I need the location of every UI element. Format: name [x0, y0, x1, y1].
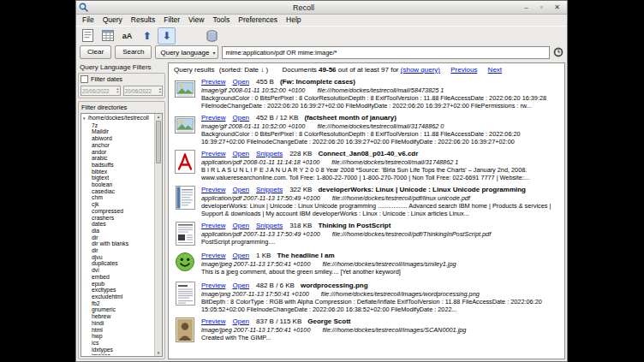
spinner-arrows-icon[interactable] [116, 87, 118, 94]
date-to-spinbox[interactable]: 20/06/2022 [123, 86, 164, 96]
date-from-spinbox[interactable]: 20/06/2022 [80, 86, 121, 96]
open-link[interactable]: Open [232, 186, 249, 193]
preview-link[interactable]: Preview [201, 282, 225, 289]
tree-item[interactable]: epub [83, 281, 154, 288]
sort-oldest-first-icon[interactable]: ⬆ [138, 27, 156, 45]
previous-page-link[interactable]: Previous [450, 66, 477, 74]
tree-item[interactable]: badsuffs [83, 162, 154, 169]
menu-file[interactable]: File [78, 15, 98, 26]
title-bar[interactable]: Recoll – ▫ ✕ [76, 1, 567, 15]
tree-item[interactable]: dia [83, 228, 154, 234]
tree-root-item[interactable]: ▾ /home/dockes/testrecoll [83, 115, 154, 122]
tree-item[interactable]: bibtex [83, 169, 154, 175]
snippets-link[interactable]: Snippets [256, 186, 283, 193]
tree-item[interactable]: boolean [83, 181, 154, 188]
scroll-up-icon[interactable] [155, 114, 162, 120]
directory-tree[interactable]: ▾ /home/dockes/testrecoll 7zMaildirabiwo… [80, 113, 163, 357]
tree-item[interactable]: gnumeric [83, 306, 154, 313]
tree-item[interactable]: hindi [83, 320, 154, 327]
search-history-icon[interactable] [553, 47, 564, 57]
tree-item[interactable]: cjk [83, 201, 154, 208]
preview-link[interactable]: Preview [201, 317, 225, 325]
sort-newest-first-icon[interactable]: ⬇ [158, 27, 176, 45]
preview-link[interactable]: Preview [201, 186, 225, 193]
clear-button[interactable]: Clear [80, 45, 111, 59]
tree-item[interactable]: hebrew [83, 313, 154, 320]
tree-item[interactable]: dates [83, 221, 154, 228]
open-link[interactable]: Open [232, 78, 249, 86]
result-head-line: PreviewOpenSnippets228 KBConnect_Jan08_p… [201, 150, 559, 158]
tree-item[interactable]: anchor [83, 142, 154, 149]
snippets-link[interactable]: Snippets [256, 150, 283, 157]
tree-item[interactable]: 7z [83, 122, 154, 129]
documents-count-suffix: out of at least 97 for [338, 66, 399, 74]
tree-item[interactable]: dvi [83, 267, 154, 274]
spinner-arrows-icon[interactable] [159, 87, 161, 94]
tree-item[interactable]: crashers [83, 215, 154, 222]
tree-item[interactable]: arabic [83, 155, 154, 162]
tree-item[interactable]: abiword [83, 135, 154, 142]
result-abstract: Created with The GIMP... [201, 334, 559, 341]
term-explorer-icon[interactable]: aA [118, 27, 136, 45]
menu-results[interactable]: Results [127, 15, 159, 26]
open-link[interactable]: Open [232, 222, 249, 229]
tree-item[interactable]: idxtypes [83, 347, 154, 353]
open-link[interactable]: Open [232, 282, 249, 289]
tree-scrollbar[interactable] [154, 114, 162, 356]
open-link[interactable]: Open [232, 114, 249, 122]
menu-filter[interactable]: Filter [159, 15, 184, 26]
menu-view[interactable]: View [184, 15, 208, 26]
tree-item[interactable]: excludehtml [83, 294, 154, 300]
result-title: The headline I am [277, 252, 334, 259]
tree-item[interactable]: html [83, 327, 154, 334]
tree-item[interactable]: fb2 [83, 300, 154, 307]
chevron-down-icon[interactable]: ▾ [83, 116, 86, 121]
result-title: Thinking In PostScript [318, 222, 391, 229]
preview-link[interactable]: Preview [201, 252, 225, 259]
tree-item[interactable]: duplicates [83, 260, 154, 267]
tree-item[interactable]: hwp [83, 333, 154, 340]
maximize-button[interactable]: ▫ [534, 2, 549, 14]
filter-dates-checkbox[interactable] [80, 75, 88, 83]
menu-query[interactable]: Query [98, 15, 127, 26]
tree-item[interactable]: ics [83, 340, 154, 347]
tree-item[interactable]: dir [83, 247, 154, 254]
minimize-button[interactable]: – [519, 2, 534, 14]
open-link[interactable]: Open [232, 317, 249, 325]
tree-item[interactable]: dir [83, 234, 154, 241]
menu-tools[interactable]: Tools [208, 15, 234, 26]
results-table-icon[interactable] [98, 27, 116, 45]
tree-item[interactable]: excltypes [83, 287, 154, 294]
open-link[interactable]: Open [232, 150, 249, 157]
preview-link[interactable]: Preview [201, 222, 225, 229]
result-body: PreviewOpen482 B / 6 KBwordprocessing.pn… [201, 282, 559, 313]
new-search-icon[interactable] [79, 27, 97, 45]
tree-item[interactable]: images [83, 353, 154, 355]
show-query-link[interactable]: (show query) [401, 66, 440, 74]
tree-item[interactable]: embed [83, 274, 154, 281]
close-button[interactable]: ✕ [550, 2, 564, 14]
preview-link[interactable]: Preview [201, 150, 225, 157]
tree-item[interactable]: Maildir [83, 128, 154, 135]
scroll-down-icon[interactable] [155, 350, 162, 356]
tree-item[interactable]: dir with blanks [83, 240, 154, 247]
tree-item[interactable]: casediac [83, 188, 154, 195]
tree-item[interactable]: djvu [83, 254, 154, 261]
preview-link[interactable]: Preview [201, 114, 225, 122]
tree-item[interactable]: andor [83, 149, 154, 156]
snippets-link[interactable]: Snippets [256, 222, 283, 229]
menu-help[interactable]: Help [282, 15, 305, 26]
search-mode-select[interactable]: Query language ▾ [155, 45, 218, 59]
tree-item[interactable]: compressed [83, 208, 154, 215]
search-button[interactable]: Search [115, 45, 152, 59]
tree-item[interactable]: chm [83, 194, 154, 201]
filter-dates-label: Filter dates [91, 75, 122, 83]
menu-preferences[interactable]: Preferences [234, 15, 282, 26]
tree-item[interactable]: bigtext [83, 175, 154, 181]
next-page-link[interactable]: Next [488, 66, 502, 74]
preview-link[interactable]: Preview [201, 78, 225, 86]
scrollbar-thumb[interactable] [156, 121, 161, 163]
index-status-icon[interactable] [203, 27, 221, 45]
query-input[interactable] [222, 46, 550, 59]
open-link[interactable]: Open [232, 252, 249, 259]
